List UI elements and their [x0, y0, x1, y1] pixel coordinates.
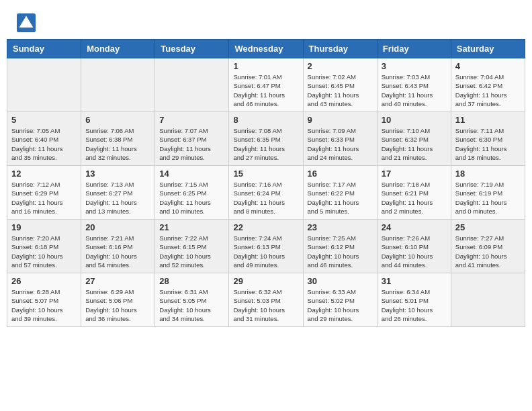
- calendar-day-cell: 18Sunrise: 7:19 AM Sunset: 6:19 PM Dayli…: [451, 166, 525, 220]
- day-number: 20: [85, 222, 150, 232]
- calendar-day-cell: 20Sunrise: 7:21 AM Sunset: 6:16 PM Dayli…: [81, 220, 155, 273]
- day-info: Sunrise: 6:34 AM Sunset: 5:01 PM Dayligh…: [382, 287, 447, 323]
- calendar-day-cell: 24Sunrise: 7:26 AM Sunset: 6:10 PM Dayli…: [377, 220, 451, 273]
- day-number: 1: [233, 61, 298, 71]
- calendar-day-cell: 4Sunrise: 7:04 AM Sunset: 6:42 PM Daylig…: [451, 58, 525, 112]
- calendar-day-cell: 29Sunrise: 6:32 AM Sunset: 5:03 PM Dayli…: [229, 273, 303, 327]
- day-info: Sunrise: 7:10 AM Sunset: 6:32 PM Dayligh…: [382, 126, 447, 162]
- day-info: Sunrise: 7:26 AM Sunset: 6:10 PM Dayligh…: [382, 234, 447, 269]
- calendar-day-cell: 7Sunrise: 7:07 AM Sunset: 6:37 PM Daylig…: [155, 112, 229, 166]
- day-number: 27: [85, 276, 150, 286]
- calendar-day-cell: 11Sunrise: 7:11 AM Sunset: 6:30 PM Dayli…: [451, 112, 525, 166]
- weekday-header-cell: Monday: [81, 40, 155, 58]
- calendar-day-cell: 19Sunrise: 7:20 AM Sunset: 6:18 PM Dayli…: [7, 220, 81, 273]
- day-number: 31: [382, 276, 447, 286]
- day-number: 14: [159, 169, 224, 179]
- day-number: 26: [11, 276, 77, 286]
- day-info: Sunrise: 7:06 AM Sunset: 6:38 PM Dayligh…: [85, 126, 150, 162]
- day-info: Sunrise: 7:24 AM Sunset: 6:13 PM Dayligh…: [233, 234, 298, 269]
- calendar-day-cell: 21Sunrise: 7:22 AM Sunset: 6:15 PM Dayli…: [155, 220, 229, 273]
- day-info: Sunrise: 7:22 AM Sunset: 6:15 PM Dayligh…: [159, 234, 224, 269]
- day-number: 30: [308, 276, 373, 286]
- day-number: 23: [308, 222, 373, 232]
- calendar-table: SundayMondayTuesdayWednesdayThursdayFrid…: [7, 39, 525, 327]
- day-number: 16: [308, 169, 373, 179]
- day-info: Sunrise: 7:11 AM Sunset: 6:30 PM Dayligh…: [455, 126, 521, 162]
- day-number: 8: [233, 115, 298, 125]
- day-number: 10: [382, 115, 447, 125]
- day-info: Sunrise: 6:31 AM Sunset: 5:05 PM Dayligh…: [159, 287, 224, 323]
- calendar-day-cell: [7, 58, 81, 112]
- calendar-day-cell: [155, 58, 229, 112]
- day-number: 7: [159, 115, 224, 125]
- calendar-day-cell: [451, 273, 525, 327]
- day-number: 21: [159, 222, 224, 232]
- day-info: Sunrise: 6:29 AM Sunset: 5:06 PM Dayligh…: [85, 287, 150, 323]
- day-number: 4: [455, 61, 521, 71]
- calendar-day-cell: 6Sunrise: 7:06 AM Sunset: 6:38 PM Daylig…: [81, 112, 155, 166]
- calendar-day-cell: 16Sunrise: 7:17 AM Sunset: 6:22 PM Dayli…: [303, 166, 377, 220]
- day-info: Sunrise: 7:04 AM Sunset: 6:42 PM Dayligh…: [455, 73, 521, 108]
- day-info: Sunrise: 7:16 AM Sunset: 6:24 PM Dayligh…: [233, 180, 298, 216]
- day-info: Sunrise: 7:07 AM Sunset: 6:37 PM Dayligh…: [159, 126, 224, 162]
- day-number: 25: [455, 222, 521, 232]
- day-info: Sunrise: 7:19 AM Sunset: 6:19 PM Dayligh…: [455, 180, 521, 216]
- day-info: Sunrise: 7:27 AM Sunset: 6:09 PM Dayligh…: [455, 234, 521, 269]
- calendar-week-row: 1Sunrise: 7:01 AM Sunset: 6:47 PM Daylig…: [7, 58, 525, 112]
- day-number: 2: [308, 61, 373, 71]
- calendar-day-cell: 3Sunrise: 7:03 AM Sunset: 6:43 PM Daylig…: [377, 58, 451, 112]
- logo: [17, 13, 39, 32]
- day-info: Sunrise: 7:03 AM Sunset: 6:43 PM Dayligh…: [382, 73, 447, 108]
- calendar-day-cell: 2Sunrise: 7:02 AM Sunset: 6:45 PM Daylig…: [303, 58, 377, 112]
- calendar-day-cell: 12Sunrise: 7:12 AM Sunset: 6:29 PM Dayli…: [7, 166, 81, 220]
- logo-icon: [17, 13, 36, 32]
- weekday-header-cell: Thursday: [303, 40, 377, 58]
- page-header: [7, 7, 525, 36]
- calendar-day-cell: 9Sunrise: 7:09 AM Sunset: 6:33 PM Daylig…: [303, 112, 377, 166]
- calendar-day-cell: 28Sunrise: 6:31 AM Sunset: 5:05 PM Dayli…: [155, 273, 229, 327]
- day-info: Sunrise: 7:09 AM Sunset: 6:33 PM Dayligh…: [308, 126, 373, 162]
- weekday-header-row: SundayMondayTuesdayWednesdayThursdayFrid…: [7, 40, 525, 58]
- day-info: Sunrise: 7:02 AM Sunset: 6:45 PM Dayligh…: [308, 73, 373, 108]
- calendar-day-cell: 30Sunrise: 6:33 AM Sunset: 5:02 PM Dayli…: [303, 273, 377, 327]
- day-number: 19: [11, 222, 77, 232]
- calendar-week-row: 19Sunrise: 7:20 AM Sunset: 6:18 PM Dayli…: [7, 220, 525, 273]
- day-number: 15: [233, 169, 298, 179]
- day-info: Sunrise: 7:01 AM Sunset: 6:47 PM Dayligh…: [233, 73, 298, 108]
- day-number: 11: [455, 115, 521, 125]
- weekday-header-cell: Tuesday: [155, 40, 229, 58]
- calendar-week-row: 12Sunrise: 7:12 AM Sunset: 6:29 PM Dayli…: [7, 166, 525, 220]
- calendar-day-cell: 8Sunrise: 7:08 AM Sunset: 6:35 PM Daylig…: [229, 112, 303, 166]
- day-number: 3: [382, 61, 447, 71]
- day-info: Sunrise: 6:33 AM Sunset: 5:02 PM Dayligh…: [308, 287, 373, 323]
- day-info: Sunrise: 6:28 AM Sunset: 5:07 PM Dayligh…: [11, 287, 77, 323]
- day-info: Sunrise: 7:13 AM Sunset: 6:27 PM Dayligh…: [85, 180, 150, 216]
- calendar-day-cell: 22Sunrise: 7:24 AM Sunset: 6:13 PM Dayli…: [229, 220, 303, 273]
- calendar-day-cell: 5Sunrise: 7:05 AM Sunset: 6:40 PM Daylig…: [7, 112, 81, 166]
- calendar-day-cell: 15Sunrise: 7:16 AM Sunset: 6:24 PM Dayli…: [229, 166, 303, 220]
- weekday-header-cell: Wednesday: [229, 40, 303, 58]
- day-info: Sunrise: 6:32 AM Sunset: 5:03 PM Dayligh…: [233, 287, 298, 323]
- day-info: Sunrise: 7:12 AM Sunset: 6:29 PM Dayligh…: [11, 180, 77, 216]
- weekday-header-cell: Friday: [377, 40, 451, 58]
- calendar-day-cell: 17Sunrise: 7:18 AM Sunset: 6:21 PM Dayli…: [377, 166, 451, 220]
- day-info: Sunrise: 7:17 AM Sunset: 6:22 PM Dayligh…: [308, 180, 373, 216]
- calendar-week-row: 26Sunrise: 6:28 AM Sunset: 5:07 PM Dayli…: [7, 273, 525, 327]
- day-number: 28: [159, 276, 224, 286]
- calendar-day-cell: 31Sunrise: 6:34 AM Sunset: 5:01 PM Dayli…: [377, 273, 451, 327]
- calendar-day-cell: [81, 58, 155, 112]
- day-info: Sunrise: 7:15 AM Sunset: 6:25 PM Dayligh…: [159, 180, 224, 216]
- day-number: 13: [85, 169, 150, 179]
- day-number: 18: [455, 169, 521, 179]
- day-info: Sunrise: 7:21 AM Sunset: 6:16 PM Dayligh…: [85, 234, 150, 269]
- calendar-week-row: 5Sunrise: 7:05 AM Sunset: 6:40 PM Daylig…: [7, 112, 525, 166]
- day-info: Sunrise: 7:18 AM Sunset: 6:21 PM Dayligh…: [382, 180, 447, 216]
- day-info: Sunrise: 7:08 AM Sunset: 6:35 PM Dayligh…: [233, 126, 298, 162]
- day-number: 5: [11, 115, 77, 125]
- calendar-body: 1Sunrise: 7:01 AM Sunset: 6:47 PM Daylig…: [7, 58, 525, 327]
- day-number: 29: [233, 276, 298, 286]
- calendar-day-cell: 1Sunrise: 7:01 AM Sunset: 6:47 PM Daylig…: [229, 58, 303, 112]
- day-number: 9: [308, 115, 373, 125]
- day-info: Sunrise: 7:25 AM Sunset: 6:12 PM Dayligh…: [308, 234, 373, 269]
- weekday-header-cell: Sunday: [7, 40, 81, 58]
